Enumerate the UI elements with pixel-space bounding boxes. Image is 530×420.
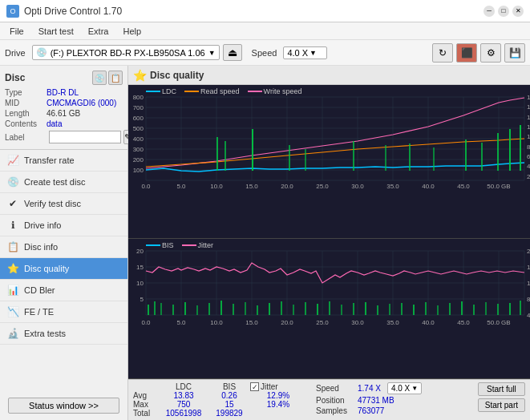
svg-rect-50 <box>216 137 218 171</box>
speed-stat-label: Speed <box>316 384 354 393</box>
svg-rect-108 <box>220 301 222 315</box>
toolbar-save-button[interactable]: 💾 <box>504 43 525 63</box>
svg-text:50.0 GB: 50.0 GB <box>487 183 510 190</box>
menu-bar: File Start test Extra Help <box>0 22 530 40</box>
top-chart-legend: LDC Read speed Write speed <box>146 87 301 95</box>
avg-row: Avg 13.83 0.26 12.9% <box>133 391 306 400</box>
main-content: Disc 💿 📋 Type BD-R DL MID CMCMAGDI6 (000… <box>0 66 530 420</box>
nav-cd-bler[interactable]: 📊 CD Bler <box>0 280 127 301</box>
nav-fe-te-label: FE / TE <box>24 307 54 317</box>
top-chart: LDC Read speed Write speed <box>128 85 530 239</box>
svg-rect-133 <box>520 301 521 315</box>
nav-transfer-rate[interactable]: 📈 Transfer rate <box>0 150 127 172</box>
nav-extra-tests[interactable]: 🔬 Extra tests <box>0 323 127 345</box>
svg-rect-59 <box>465 139 467 171</box>
start-part-button[interactable]: Start part <box>478 398 525 412</box>
disc-label-text: Label <box>5 133 47 142</box>
svg-text:10: 10 <box>136 280 144 287</box>
top-chart-svg: 800 700 600 500 400 300 200 100 18X 16X … <box>128 85 530 238</box>
svg-rect-132 <box>509 303 511 315</box>
disc-icon-1[interactable]: 💿 <box>92 71 107 85</box>
close-button[interactable]: ✕ <box>512 6 524 17</box>
speed-stat-value: 1.74 X <box>358 384 381 393</box>
speed-arrow: ▼ <box>310 49 317 57</box>
speed-dropdown-selector[interactable]: 4.0 X ▼ <box>387 382 422 394</box>
svg-text:15.0: 15.0 <box>245 319 258 326</box>
svg-rect-63 <box>520 125 521 171</box>
menu-extra[interactable]: Extra <box>82 25 115 38</box>
svg-rect-119 <box>353 303 354 315</box>
toolbar-stop-button[interactable]: ⬛ <box>456 43 477 63</box>
drive-value: (F:) PLEXTOR BD-R PX-LB950SA 1.06 <box>51 48 205 58</box>
label-row: Label ✎ <box>5 130 123 144</box>
toolbar-refresh-button[interactable]: ↻ <box>432 43 453 63</box>
samples-value: 763077 <box>358 406 384 415</box>
maximize-button[interactable]: □ <box>498 6 509 17</box>
svg-rect-102 <box>154 301 156 315</box>
disc-icon-2[interactable]: 📋 <box>108 71 123 85</box>
nav-fe-te[interactable]: 📉 FE / TE <box>0 301 127 323</box>
svg-rect-131 <box>497 304 499 315</box>
minimize-button[interactable]: ─ <box>483 6 495 17</box>
read-legend-line <box>184 91 199 92</box>
svg-text:16X: 16X <box>527 103 530 111</box>
svg-text:20.0: 20.0 <box>281 183 293 190</box>
speed-selector[interactable]: 4.0 X ▼ <box>283 46 327 59</box>
svg-rect-112 <box>269 303 270 315</box>
type-value: BD-R DL <box>47 88 79 97</box>
nav-drive-info-label: Drive info <box>24 220 61 230</box>
total-bis: 199829 <box>208 409 250 418</box>
speed-value: 4.0 X <box>287 48 308 58</box>
nav-verify-test-disc[interactable]: ✔ Verify test disc <box>0 193 127 215</box>
start-full-button[interactable]: Start full <box>478 382 525 396</box>
svg-text:10.0: 10.0 <box>210 183 223 190</box>
stats-headers: LDC BIS ✓ Jitter <box>133 382 306 391</box>
menu-help[interactable]: Help <box>116 25 148 38</box>
nav-transfer-rate-label: Transfer rate <box>24 155 75 165</box>
svg-text:16%: 16% <box>527 264 530 271</box>
svg-text:20.0: 20.0 <box>281 319 293 326</box>
svg-rect-125 <box>425 302 427 315</box>
position-label: Position <box>316 396 354 405</box>
nav-disc-quality[interactable]: ⭐ Disc quality <box>0 258 127 280</box>
max-bis: 15 <box>208 400 250 409</box>
nav-disc-info[interactable]: 📋 Disc info <box>0 236 127 258</box>
svg-rect-107 <box>208 303 210 315</box>
toolbar-settings-button[interactable]: ⚙ <box>480 43 501 63</box>
disc-quality-header-icon: ⭐ <box>133 69 147 82</box>
eject-button[interactable]: ⏏ <box>223 44 242 61</box>
svg-text:8X: 8X <box>527 143 530 151</box>
ldc-legend-line <box>146 91 160 92</box>
contents-row: Contents data <box>5 119 123 128</box>
svg-rect-105 <box>184 302 186 315</box>
svg-text:5.0: 5.0 <box>176 319 186 326</box>
drive-disc-icon: 💿 <box>36 47 47 58</box>
svg-text:15: 15 <box>136 264 144 271</box>
ldc-header: LDC <box>159 382 208 391</box>
svg-text:12X: 12X <box>527 123 530 131</box>
svg-text:0.0: 0.0 <box>141 183 151 190</box>
title-bar: O Opti Drive Control 1.70 ─ □ ✕ <box>0 0 530 22</box>
contents-value: data <box>47 119 62 128</box>
fe-te-icon: 📉 <box>6 305 19 318</box>
svg-rect-129 <box>473 305 475 315</box>
mid-row: MID CMCMAGDI6 (000) <box>5 99 123 107</box>
svg-rect-111 <box>257 305 258 315</box>
svg-rect-118 <box>341 305 342 315</box>
svg-rect-106 <box>196 305 198 315</box>
label-input[interactable] <box>49 131 121 143</box>
status-window-button[interactable]: Status window >> <box>8 398 119 414</box>
drive-label: Drive <box>5 48 26 58</box>
svg-text:800: 800 <box>133 94 144 101</box>
menu-file[interactable]: File <box>3 25 30 38</box>
avg-bis: 0.26 <box>208 391 250 400</box>
svg-text:2X: 2X <box>527 173 530 180</box>
menu-start-test[interactable]: Start test <box>32 25 80 38</box>
nav-create-test-disc[interactable]: 💿 Create test disc <box>0 172 127 193</box>
max-label: Max <box>133 400 159 409</box>
jitter-checkbox[interactable]: ✓ <box>250 382 259 391</box>
nav-drive-info[interactable]: ℹ Drive info <box>0 215 127 236</box>
svg-text:400: 400 <box>133 135 144 143</box>
window-controls: ─ □ ✕ <box>483 6 524 17</box>
drive-selector[interactable]: 💿 (F:) PLEXTOR BD-R PX-LB950SA 1.06 ▼ <box>32 45 220 60</box>
